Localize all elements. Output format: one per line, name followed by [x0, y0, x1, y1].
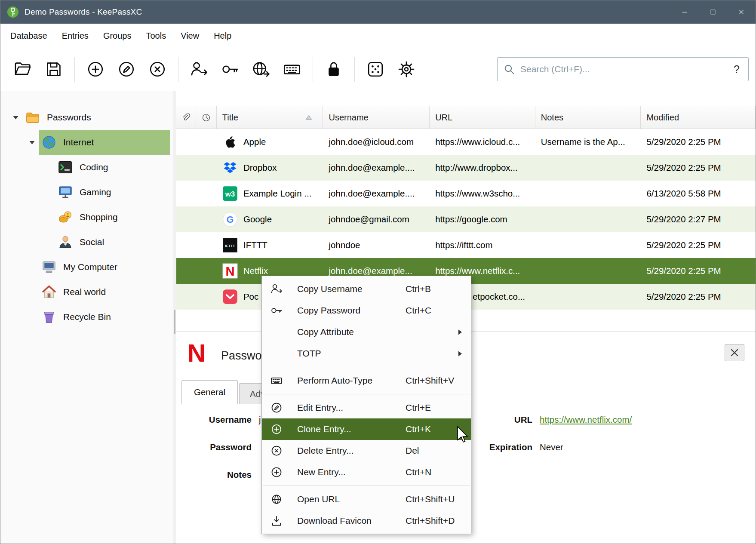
cell-modified: 5/29/2020 2:25 PM — [641, 129, 756, 155]
group-social[interactable]: Social — [0, 230, 173, 255]
lock-database-button[interactable] — [321, 56, 346, 83]
svg-text:G: G — [227, 215, 234, 225]
group-tree: PasswordsInternetCodingGaming1ShoppingSo… — [0, 91, 173, 544]
close-button[interactable] — [727, 0, 756, 24]
dropbox-favicon-icon — [222, 160, 238, 175]
copy-username-icon — [190, 60, 208, 78]
context-download-favicon[interactable]: Download FaviconCtrl+Shift+D — [262, 510, 471, 532]
context-new-entry[interactable]: New Entry...Ctrl+N — [262, 461, 471, 483]
minimize-button[interactable] — [670, 0, 699, 24]
svg-text:IFTTT: IFTTT — [225, 244, 235, 248]
terminal-icon — [58, 160, 73, 175]
menu-item-label: Copy Username — [297, 284, 406, 294]
group-real-world[interactable]: Real world — [0, 280, 173, 304]
menu-item-label: Copy Password — [297, 305, 406, 316]
group-gaming[interactable]: Gaming — [0, 180, 173, 205]
copy-username-button[interactable] — [187, 56, 212, 83]
save-database-button[interactable] — [41, 56, 66, 83]
context-clone-entry[interactable]: Clone Entry...Ctrl+K — [262, 418, 471, 440]
column-header-clock[interactable] — [196, 106, 217, 129]
tree-table-splitter[interactable] — [173, 91, 176, 544]
toolbar-buttons — [7, 56, 422, 83]
apple-favicon-icon — [222, 134, 238, 150]
column-header-modified[interactable]: Modified — [641, 106, 756, 129]
menu-help[interactable]: Help — [206, 27, 239, 45]
group-shopping[interactable]: 1Shopping — [0, 205, 173, 230]
menu-groups[interactable]: Groups — [96, 27, 139, 45]
group-passwords[interactable]: Passwords — [0, 105, 173, 130]
entry-row-apple[interactable]: Applejohn.doe@icloud.comhttps://www.iclo… — [176, 129, 756, 155]
entry-url-link[interactable]: https://www.netflix.com/ — [540, 415, 632, 424]
open-database-button[interactable] — [10, 56, 35, 83]
cell-attachment — [176, 129, 196, 155]
menu-item-label: TOTP — [297, 348, 406, 359]
context-copy-username[interactable]: Copy UsernameCtrl+B — [262, 278, 471, 300]
cell-notes — [535, 155, 641, 181]
edit-entry-button[interactable] — [114, 56, 139, 83]
cell-modified: 5/29/2020 2:25 PM — [641, 284, 756, 310]
context-copy-password[interactable]: Copy PasswordCtrl+C — [262, 300, 471, 321]
group-row-body: Gaming — [55, 180, 170, 205]
open-url-button[interactable] — [249, 56, 274, 83]
expander-down-icon[interactable] — [8, 115, 23, 120]
menu-tools[interactable]: Tools — [138, 27, 173, 45]
cell-username: john.doe@example.... — [323, 181, 430, 206]
cell-notes: Username is the Ap... — [535, 129, 641, 155]
new-entry-button[interactable] — [83, 56, 108, 83]
cell-notes — [535, 232, 641, 258]
context-copy-attribute[interactable]: Copy Attribute — [262, 321, 471, 343]
perform-auto-type-button[interactable] — [280, 56, 304, 83]
menu-view[interactable]: View — [173, 27, 206, 45]
copy-password-icon — [221, 60, 239, 78]
entry-row-example-login[interactable]: w3Example Login ...john.doe@example....h… — [176, 181, 756, 206]
column-label: Modified — [646, 113, 679, 123]
group-recycle-bin[interactable]: Recycle Bin — [0, 304, 173, 329]
group-internet[interactable]: Internet — [0, 130, 173, 155]
context-delete-entry[interactable]: Delete Entry...Del — [262, 440, 471, 461]
context-perform-auto-type[interactable]: Perform Auto-TypeCtrl+Shift+V — [262, 370, 471, 391]
menu-database[interactable]: Database — [3, 27, 55, 45]
person-icon — [58, 234, 73, 250]
maximize-button[interactable] — [699, 0, 727, 24]
context-open-url[interactable]: Open URLCtrl+Shift+U — [262, 489, 471, 510]
delete-entry-button[interactable] — [145, 56, 170, 83]
context-edit-entry[interactable]: Edit Entry...Ctrl+E — [262, 397, 471, 418]
group-label: Coding — [80, 162, 108, 172]
menu-entries[interactable]: Entries — [55, 27, 96, 45]
entry-title: Google — [243, 214, 272, 224]
entry-row-ifttt[interactable]: IFTTTIFTTTjohndoehttps://ifttt.com5/29/2… — [176, 232, 756, 258]
menu-item-shortcut: Ctrl+N — [406, 467, 458, 477]
tab-general[interactable]: General — [181, 380, 238, 404]
column-header-username[interactable]: Username — [323, 106, 430, 129]
cell-modified: 5/29/2020 2:27 PM — [641, 206, 756, 232]
column-header-paperclip[interactable] — [176, 106, 196, 129]
group-label: Real world — [63, 287, 106, 297]
recycle-icon — [41, 309, 57, 325]
search-box[interactable]: ? — [497, 57, 749, 81]
menu-separator — [263, 394, 470, 394]
expander-down-icon[interactable] — [25, 140, 39, 145]
preview-close-button[interactable] — [725, 344, 744, 361]
column-header-notes[interactable]: Notes — [535, 106, 641, 129]
group-my-computer[interactable]: My Computer — [0, 255, 173, 280]
menu-item-shortcut: Ctrl+C — [406, 305, 458, 316]
search-input[interactable] — [515, 64, 731, 74]
preview-title: Passwo — [221, 349, 262, 363]
search-help-button[interactable]: ? — [731, 63, 742, 76]
group-coding[interactable]: Coding — [0, 155, 173, 180]
cell-url: https://www.w3scho... — [430, 181, 535, 206]
copy-password-button[interactable] — [218, 56, 243, 83]
column-header-title[interactable]: Title — [217, 106, 323, 129]
settings-button[interactable] — [394, 56, 419, 83]
column-header-url[interactable]: URL — [430, 106, 535, 129]
entry-row-google[interactable]: GGooglejohndoe@gmail.comhttps://google.c… — [176, 206, 756, 232]
house-icon — [41, 284, 57, 300]
cell-modified: 6/13/2020 5:58 PM — [641, 181, 756, 206]
menu-item-shortcut: Ctrl+Shift+V — [406, 375, 458, 386]
entry-row-dropbox[interactable]: Dropboxjohn.doe@example....http://www.dr… — [176, 155, 756, 181]
menu-item-label: Clone Entry... — [297, 424, 406, 434]
password-generator-button[interactable] — [363, 56, 388, 83]
context-totp[interactable]: TOTP — [262, 343, 471, 364]
title-bar: Demo Passwords - KeePassXC — [0, 0, 756, 24]
menu-item-label: Download Favicon — [297, 516, 406, 526]
